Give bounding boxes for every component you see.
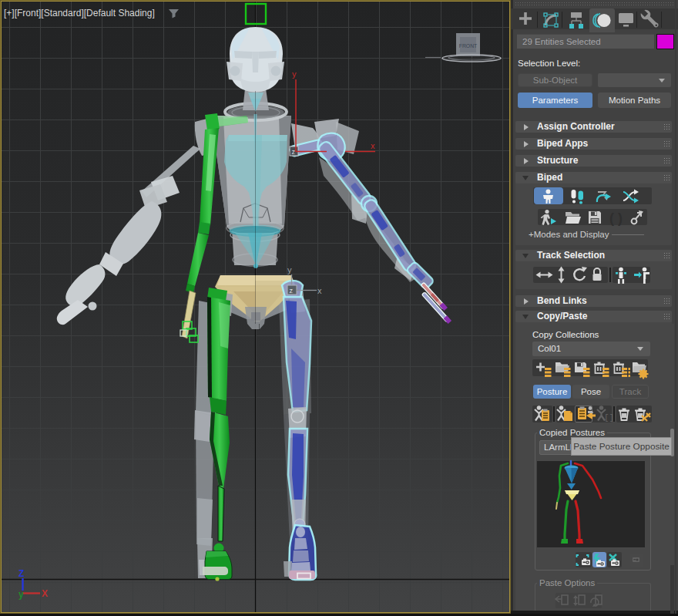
svg-text:X: X <box>42 588 48 599</box>
svg-text:x: x <box>317 286 322 295</box>
svg-text:[]: [] <box>604 413 614 422</box>
svg-text:y: y <box>18 589 24 600</box>
svg-text:y: y <box>292 69 297 79</box>
svg-text:z: z <box>292 148 296 156</box>
svg-text:Z: Z <box>18 568 24 579</box>
svg-text:x: x <box>371 141 375 150</box>
svg-text:( ): ( ) <box>609 210 623 226</box>
svg-text:y: y <box>287 265 292 274</box>
svg-text:FRONT: FRONT <box>459 43 477 49</box>
svg-text:z: z <box>290 287 294 295</box>
svg-text:[+][Front][Standard][Default S: [+][Front][Standard][Default Shading] <box>4 8 155 19</box>
